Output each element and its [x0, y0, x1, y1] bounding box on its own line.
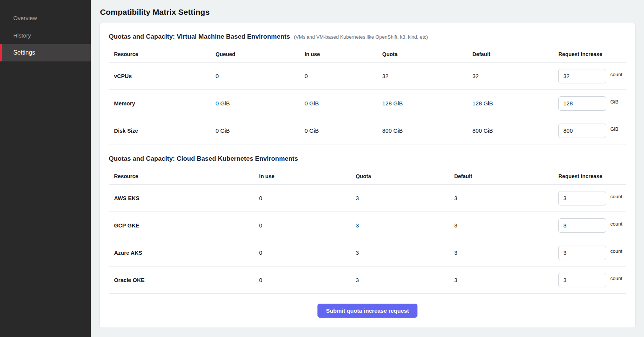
default-value: 32: [472, 73, 558, 79]
default-value: 800 GiB: [472, 127, 558, 134]
vm-quota-table: Resource Queued In use Quota Default Req…: [109, 46, 626, 144]
column-header-default: Default: [472, 51, 558, 57]
settings-card: Quotas and Capacity: Virtual Machine Bas…: [99, 23, 636, 328]
request-increase-cell: count: [558, 69, 622, 83]
table-row-azure-aks: Azure AKS 0 3 3 count: [109, 239, 626, 266]
column-header-request-increase: Request Increase: [558, 51, 621, 57]
column-header-quota: Quota: [382, 51, 472, 57]
oracle-oke-quota-input[interactable]: [558, 273, 606, 287]
quota-value: 128 GiB: [382, 100, 472, 107]
unit-label: GiB: [610, 99, 619, 105]
table-row-vcpus: vCPUs 0 0 32 32 count: [109, 63, 626, 90]
request-increase-cell: count: [558, 273, 622, 287]
default-value: 3: [454, 195, 558, 201]
app-window: Overview History Settings Compatibility …: [0, 0, 644, 337]
main-content: Compatibility Matrix Settings Quotas and…: [91, 0, 644, 337]
column-header-default: Default: [454, 173, 558, 179]
disk-size-quota-input[interactable]: [558, 124, 606, 138]
column-header-in-use: In use: [305, 51, 382, 57]
table-row-aws-eks: AWS EKS 0 3 3 count: [109, 185, 626, 212]
column-header-in-use: In use: [259, 173, 356, 179]
quota-value: 3: [356, 222, 454, 229]
azure-aks-quota-input[interactable]: [558, 246, 606, 260]
request-increase-cell: count: [558, 246, 622, 260]
vm-section-subtitle: (VMs and VM-based Kubernetes like OpenSh…: [294, 34, 428, 40]
gcp-gke-quota-input[interactable]: [558, 218, 606, 233]
sidebar-item-settings[interactable]: Settings: [0, 44, 91, 61]
in-use-value: 0: [259, 222, 356, 229]
quota-value: 3: [356, 195, 454, 201]
in-use-value: 0 GiB: [305, 100, 382, 107]
column-header-resource: Resource: [114, 51, 216, 57]
resource-name: GCP GKE: [114, 223, 259, 229]
resource-name: vCPUs: [114, 73, 216, 79]
k8s-section-head: Quotas and Capacity: Cloud Based Kuberne…: [109, 155, 626, 163]
column-header-queued: Queued: [216, 51, 305, 57]
request-increase-cell: count: [558, 191, 622, 205]
table-row-disk-size: Disk Size 0 GiB 0 GiB 800 GiB 800 GiB Gi…: [109, 117, 626, 144]
page-title: Compatibility Matrix Settings: [100, 8, 636, 17]
k8s-quota-table: Resource In use Quota Default Request In…: [109, 168, 626, 294]
resource-name: Disk Size: [114, 128, 216, 134]
resource-name: Azure AKS: [114, 250, 259, 256]
resource-name: Oracle OKE: [114, 277, 259, 283]
table-row-memory: Memory 0 GiB 0 GiB 128 GiB 128 GiB GiB: [109, 90, 626, 117]
in-use-value: 0: [305, 73, 382, 79]
quota-value: 32: [382, 73, 472, 79]
queued-value: 0 GiB: [216, 100, 305, 107]
request-increase-cell: count: [558, 218, 622, 233]
default-value: 128 GiB: [472, 100, 558, 107]
vm-section-title: Quotas and Capacity: Virtual Machine Bas…: [109, 33, 290, 41]
sidebar-item-history[interactable]: History: [0, 27, 91, 44]
queued-value: 0 GiB: [216, 127, 305, 134]
sidebar-item-overview[interactable]: Overview: [0, 9, 91, 27]
quota-value: 3: [356, 277, 454, 283]
sidebar-item-label: Settings: [13, 49, 35, 56]
unit-label: count: [610, 276, 622, 281]
table-row-gcp-gke: GCP GKE 0 3 3 count: [109, 212, 626, 239]
default-value: 3: [454, 277, 558, 283]
unit-label: count: [610, 72, 622, 77]
vcpus-quota-input[interactable]: [558, 69, 606, 83]
column-header-resource: Resource: [114, 173, 259, 179]
queued-value: 0: [216, 73, 305, 79]
aws-eks-quota-input[interactable]: [558, 191, 606, 205]
unit-label: GiB: [610, 126, 619, 132]
request-increase-cell: GiB: [558, 124, 621, 138]
k8s-table-header: Resource In use Quota Default Request In…: [109, 168, 626, 185]
k8s-section-title: Quotas and Capacity: Cloud Based Kuberne…: [109, 155, 298, 163]
default-value: 3: [454, 222, 558, 229]
k8s-quotas-section: Quotas and Capacity: Cloud Based Kuberne…: [109, 155, 626, 294]
unit-label: count: [610, 248, 622, 254]
in-use-value: 0: [259, 195, 356, 201]
in-use-value: 0: [259, 249, 356, 256]
table-row-oracle-oke: Oracle OKE 0 3 3 count: [109, 266, 626, 294]
vm-section-head: Quotas and Capacity: Virtual Machine Bas…: [109, 33, 626, 41]
column-header-quota: Quota: [356, 173, 454, 179]
quota-value: 3: [356, 249, 454, 256]
sidebar: Overview History Settings: [0, 0, 91, 337]
unit-label: count: [610, 221, 622, 227]
sidebar-item-label: Overview: [13, 15, 37, 21]
resource-name: Memory: [114, 100, 216, 107]
submit-quota-increase-button[interactable]: Submit quota increase request: [317, 304, 417, 318]
vm-table-header: Resource Queued In use Quota Default Req…: [109, 46, 626, 63]
unit-label: count: [610, 194, 622, 199]
default-value: 3: [454, 249, 558, 256]
request-increase-cell: GiB: [558, 96, 621, 111]
quota-value: 800 GiB: [382, 127, 472, 134]
in-use-value: 0: [259, 277, 356, 283]
resource-name: AWS EKS: [114, 195, 259, 201]
in-use-value: 0 GiB: [305, 127, 382, 134]
card-footer: Submit quota increase request: [109, 294, 626, 319]
column-header-request-increase: Request Increase: [558, 173, 621, 179]
sidebar-item-label: History: [13, 32, 31, 39]
memory-quota-input[interactable]: [558, 96, 606, 111]
vm-quotas-section: Quotas and Capacity: Virtual Machine Bas…: [109, 33, 626, 144]
